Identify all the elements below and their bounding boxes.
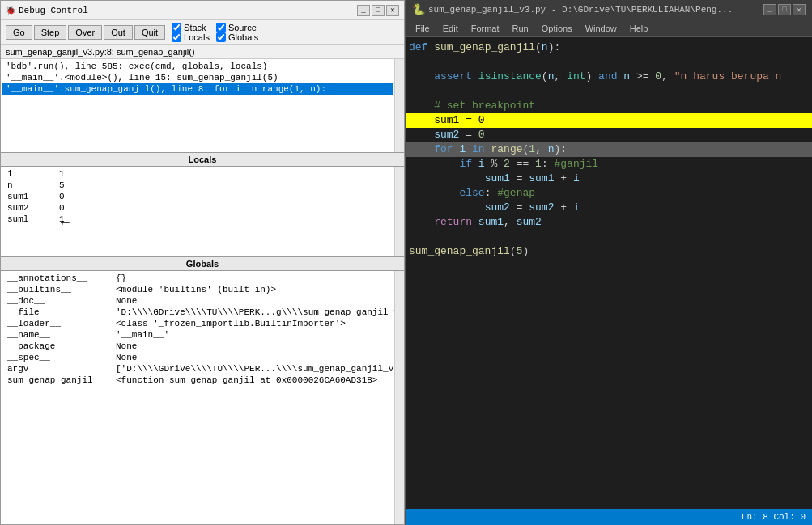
trace-scrollbar[interactable] bbox=[394, 59, 404, 152]
filename-text: sum_genap_ganjil_v3.py:8: sum_genap_ganj… bbox=[6, 47, 195, 57]
code-line-13: return sum1, sum2 bbox=[406, 215, 812, 230]
code-line-4 bbox=[406, 84, 812, 99]
var-name-suml: suml bbox=[7, 214, 56, 224]
editor-maximize-button[interactable]: □ bbox=[778, 4, 791, 15]
step-button[interactable]: Step bbox=[34, 25, 67, 40]
global-name-doc: __doc__ bbox=[7, 296, 113, 306]
global-row-argv: argv ['D:\\\\GDrive\\\\TU\\\\PER...\\\\s… bbox=[4, 363, 391, 375]
menu-bar: File Edit Format Run Options Window Help bbox=[406, 19, 812, 37]
code-line-1: def sum_genap_ganjil(n): bbox=[406, 40, 812, 55]
globals-header: Globals bbox=[1, 256, 404, 271]
debug-window-title: 🐞 Debug Control bbox=[6, 6, 88, 15]
editor-panel: 🐍 sum_genap_ganjil_v3.py - D:\GDrive\TU\… bbox=[405, 0, 812, 525]
global-row-file: __file__ 'D:\\\\GDrive\\\\TU\\\\PERK...g… bbox=[4, 307, 391, 318]
code-line-14 bbox=[406, 230, 812, 244]
window-controls: _ □ ✕ bbox=[357, 5, 399, 16]
quit-button[interactable]: Quit bbox=[134, 25, 165, 40]
global-row-sum-genap: sum_genap_ganjil <function sum_genap_gan… bbox=[4, 375, 391, 386]
python-icon: 🐍 bbox=[412, 3, 425, 16]
trace-line-0: 'bdb'.run(), line 585: exec(cmd, globals… bbox=[2, 61, 393, 72]
global-val-spec: None bbox=[116, 353, 137, 362]
global-row-annotations: __annotations__ {} bbox=[4, 273, 391, 284]
filename-bar: sum_genap_ganjil_v3.py:8: sum_genap_ganj… bbox=[1, 45, 404, 59]
var-val-i: 1 bbox=[59, 169, 65, 179]
stack-label: Stack bbox=[184, 23, 206, 32]
global-name-annotations: __annotations__ bbox=[7, 273, 113, 283]
status-bar: Ln: 8 Col: 0 bbox=[406, 509, 812, 525]
code-line-15: sum_genap_ganjil(5) bbox=[406, 244, 812, 259]
code-line-2 bbox=[406, 55, 812, 70]
locals-checkbox[interactable] bbox=[172, 32, 181, 42]
global-row-package: __package__ None bbox=[4, 341, 391, 352]
var-row-sum2: sum2 0 bbox=[4, 202, 391, 214]
maximize-button[interactable]: □ bbox=[372, 5, 385, 16]
globals-content: __annotations__ {} __builtins__ <module … bbox=[1, 271, 404, 524]
global-name-loader: __loader__ bbox=[7, 319, 113, 328]
global-name-file: __file__ bbox=[7, 307, 113, 317]
menu-file[interactable]: File bbox=[409, 22, 436, 35]
var-row-suml: suml 1 ← bbox=[4, 214, 391, 225]
locals-header: Locals bbox=[1, 152, 404, 167]
code-area[interactable]: def sum_genap_ganjil(n): assert isinstan… bbox=[406, 37, 812, 509]
debug-titlebar: 🐞 Debug Control _ □ ✕ bbox=[1, 1, 404, 20]
globals-scrollbar[interactable] bbox=[394, 271, 404, 524]
trace-line-1: '__main__'.<module>(), line 15: sum_gena… bbox=[2, 72, 393, 83]
over-button[interactable]: Over bbox=[68, 25, 102, 40]
code-line-8: for i in range(1, n): bbox=[406, 142, 812, 157]
globals-vars-list[interactable]: __annotations__ {} __builtins__ <module … bbox=[1, 271, 394, 524]
close-button[interactable]: ✕ bbox=[386, 5, 399, 16]
menu-help[interactable]: Help bbox=[623, 22, 655, 35]
var-name-sum1: sum1 bbox=[7, 192, 56, 201]
global-val-sum-genap: <function sum_genap_ganjil at 0x0000026C… bbox=[116, 375, 377, 385]
var-name-sum2: sum2 bbox=[7, 203, 56, 213]
stack-checkbox[interactable] bbox=[172, 23, 181, 32]
globals-label: Globals bbox=[228, 32, 258, 42]
checkbox-group-2: Source Globals bbox=[216, 23, 258, 42]
menu-run[interactable]: Run bbox=[506, 22, 535, 35]
global-row-name: __name__ '__main__' bbox=[4, 329, 391, 341]
editor-window-title: 🐍 sum_genap_ganjil_v3.py - D:\GDrive\TU\… bbox=[412, 3, 733, 16]
editor-minimize-button[interactable]: _ bbox=[763, 4, 776, 15]
locals-label: Locals bbox=[184, 32, 210, 42]
globals-section: Globals __annotations__ {} __builtins__ … bbox=[1, 256, 404, 524]
globals-checkbox[interactable] bbox=[216, 32, 226, 42]
global-val-annotations: {} bbox=[116, 273, 126, 283]
menu-format[interactable]: Format bbox=[465, 22, 506, 35]
globals-checkbox-item: Globals bbox=[216, 32, 258, 42]
locals-vars[interactable]: i 1 n 5 sum1 0 sum2 0 suml 1 bbox=[1, 167, 394, 256]
global-name-package: __package__ bbox=[7, 341, 113, 351]
code-line-3: assert isinstance(n, int) and n >= 0, "n… bbox=[406, 70, 812, 84]
editor-window-controls: _ □ ✕ bbox=[763, 4, 806, 15]
arrow-annotation: ← bbox=[61, 214, 70, 231]
global-row-spec: __spec__ None bbox=[4, 352, 391, 363]
global-name-name: __name__ bbox=[7, 330, 113, 340]
var-val-n: 5 bbox=[59, 180, 65, 190]
var-row-i: i 1 bbox=[4, 168, 391, 180]
code-line-5: # set breakpoint bbox=[406, 99, 812, 113]
out-button[interactable]: Out bbox=[104, 25, 133, 40]
status-text: Ln: 8 Col: 0 bbox=[742, 512, 806, 522]
source-checkbox[interactable] bbox=[216, 23, 226, 32]
debug-control-panel: 🐞 Debug Control _ □ ✕ Go Step Over Out Q… bbox=[0, 0, 405, 525]
global-val-file: 'D:\\\\GDrive\\\\TU\\\\PERK...g\\\\sum_g… bbox=[116, 307, 394, 317]
menu-options[interactable]: Options bbox=[535, 22, 579, 35]
code-line-10: sum1 = sum1 + i bbox=[406, 171, 812, 186]
code-line-12: sum2 = sum2 + i bbox=[406, 201, 812, 215]
global-val-name: '__main__' bbox=[116, 330, 169, 340]
source-label: Source bbox=[228, 23, 257, 32]
var-name-n: n bbox=[7, 180, 56, 190]
locals-scrollbar[interactable] bbox=[394, 167, 404, 256]
var-row-n: n 5 bbox=[4, 180, 391, 191]
minimize-button[interactable]: _ bbox=[357, 5, 370, 16]
menu-window[interactable]: Window bbox=[579, 22, 623, 35]
global-row-doc: __doc__ None bbox=[4, 295, 391, 307]
trace-area[interactable]: 'bdb'.run(), line 585: exec(cmd, globals… bbox=[1, 59, 394, 152]
global-name-sum-genap: sum_genap_ganjil bbox=[7, 375, 113, 385]
editor-close-button[interactable]: ✕ bbox=[793, 4, 806, 15]
go-button[interactable]: Go bbox=[6, 25, 32, 40]
global-val-argv: ['D:\\\\GDrive\\\\TU\\\\PER...\\\\sum_ge… bbox=[116, 364, 394, 374]
trace-line-2[interactable]: '__main__'.sum_genap_ganjil(), line 8: f… bbox=[2, 83, 393, 95]
menu-edit[interactable]: Edit bbox=[436, 22, 465, 35]
checkbox-group-1: Stack Locals bbox=[172, 23, 210, 42]
code-line-11: else: #genap bbox=[406, 186, 812, 201]
